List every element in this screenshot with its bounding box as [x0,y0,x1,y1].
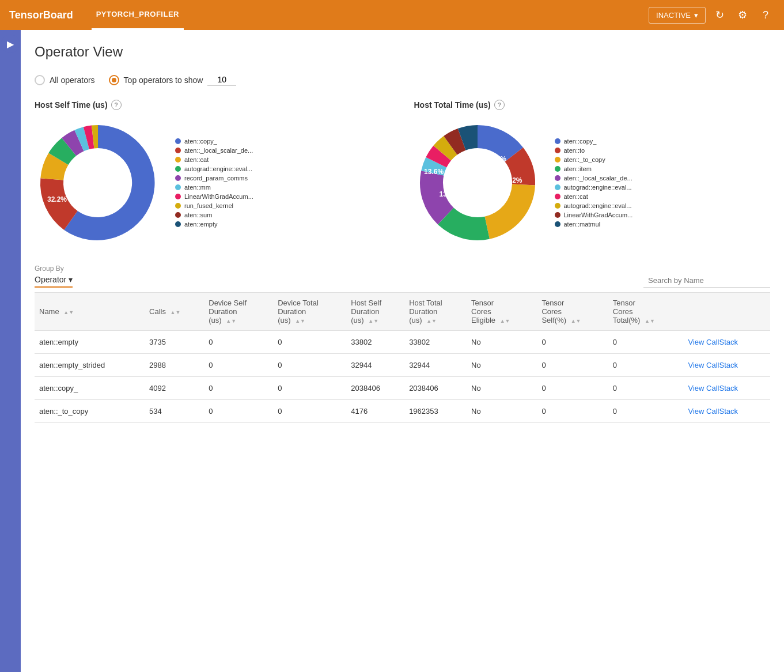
legend-dot [175,221,181,227]
segment-label-13-6a: 13.6% [440,190,459,198]
segment-label-21-1: 21.1% [478,198,497,206]
top-operators-option[interactable]: Top operators to show 10 [109,74,237,86]
chart-right-inner: 22% 21.2% 21.1% 13.6% 13.6% aten::copy_a… [414,119,771,246]
legend-dot [555,203,560,209]
cell-calls: 2988 [145,354,204,377]
app-logo: TensorBoard [9,9,73,21]
legend-label: aten::item [564,165,592,172]
group-by-select[interactable]: Operator ▾ [35,275,73,288]
cell-tensor-total: 0 [608,331,684,354]
col-tensor-cores-total[interactable]: TensorCoresTotal(%) ▲▼ [608,293,684,331]
legend-item: aten::item [555,165,633,172]
header: TensorBoard PYTORCH_PROFILER INACTIVE ▾ … [0,0,784,30]
cell-host-self: 4176 [346,400,404,423]
cell-action[interactable]: View CallStack [684,377,770,400]
all-operators-radio[interactable] [35,75,45,85]
legend-dot [555,157,560,163]
table-section: Group By Operator ▾ Name ▲▼ Calls [35,265,770,423]
legend-dot [555,175,560,181]
legend-item: LinearWithGradAccum... [175,193,253,200]
col-host-total-duration[interactable]: Host TotalDuration(us) ▲▼ [404,293,467,331]
col-tensor-cores-self[interactable]: TensorCoresSelf(%) ▲▼ [537,293,608,331]
cell-tensor-total: 0 [608,377,684,400]
help-icon[interactable]: ? [756,6,775,24]
table-row: aten::_to_copy 534 0 0 4176 1962353 No 0… [35,400,770,423]
legend-dot [175,175,181,181]
content-area: Operator View All operators Top operator… [21,30,784,672]
legend-item: run_fused_kernel [175,202,253,209]
view-callstack-link[interactable]: View CallStack [688,407,738,416]
cell-name: aten::copy_ [35,377,145,400]
host-total-time-title: Host Total Time (us) ? [414,100,771,110]
legend-dot [175,212,181,218]
host-total-time-help-icon[interactable]: ? [494,100,505,110]
cell-action[interactable]: View CallStack [684,331,770,354]
sidebar-toggle-button[interactable]: ▶ [1,35,20,53]
group-by-label: Group By [35,265,73,273]
top-operators-input[interactable]: 10 [207,74,236,86]
cell-action[interactable]: View CallStack [684,400,770,423]
view-callstack-link[interactable]: View CallStack [688,384,738,392]
top-operators-radio[interactable] [109,75,119,85]
all-operators-option[interactable]: All operators [35,75,95,85]
legend-item: aten::cat [175,156,253,163]
cell-host-self: 2038406 [346,377,404,400]
data-table: Name ▲▼ Calls ▲▼ Device SelfDuration(us)… [35,292,770,423]
top-operators-label: Top operators to show [124,75,203,85]
legend-label: aten::cat [184,156,209,163]
cell-action[interactable]: View CallStack [684,354,770,377]
legend-dot [555,148,560,153]
header-tab-pytorch[interactable]: PYTORCH_PROFILER [92,0,184,30]
col-device-self-duration[interactable]: Device SelfDuration(us) ▲▼ [204,293,273,331]
legend-label: autograd::engine::eval... [564,184,632,191]
legend-item: aten::to [555,147,633,154]
host-self-time-donut: 52.1% 32.2% [35,119,161,246]
table-row: aten::empty 3735 0 0 33802 33802 No 0 0 … [35,331,770,354]
legend-label: aten::empty [184,221,217,228]
col-calls[interactable]: Calls ▲▼ [145,293,204,331]
chart-left-inner: 52.1% 32.2% aten::copy_aten::_local_scal… [35,119,391,246]
cell-device-total: 0 [273,354,346,377]
cell-device-self: 0 [204,354,273,377]
legend-label: aten::_local_scalar_de... [564,175,632,182]
cell-device-total: 0 [273,377,346,400]
col-tensor-cores-eligible[interactable]: TensorCoresEligible ▲▼ [467,293,537,331]
legend-label: aten::matmul [564,221,601,228]
col-host-self-duration[interactable]: Host SelfDuration(us) ▲▼ [346,293,404,331]
legend-item: aten::mm [175,184,253,191]
cell-device-total: 0 [273,400,346,423]
group-by-control: Group By Operator ▾ [35,265,73,288]
cell-calls: 534 [145,400,204,423]
page-title: Operator View [35,44,770,60]
view-callstack-link[interactable]: View CallStack [688,361,738,369]
host-total-time-donut: 22% 21.2% 21.1% 13.6% 13.6% [414,119,541,246]
col-name[interactable]: Name ▲▼ [35,293,145,331]
chart-right-legend: aten::copy_aten::toaten::_to_copyaten::i… [555,138,633,228]
legend-item: aten::_local_scalar_de... [555,175,633,182]
segment-label-52: 52.1% [104,175,124,183]
settings-icon[interactable]: ⚙ [733,6,752,24]
host-total-time-chart: Host Total Time (us) ? [414,100,771,246]
status-dropdown[interactable]: INACTIVE ▾ [649,7,706,24]
legend-dot [555,221,560,227]
cell-host-total: 2038406 [404,377,467,400]
legend-label: aten::mm [184,184,211,191]
cell-host-total: 33802 [404,331,467,354]
sidebar-toggle: ▶ [0,30,21,672]
cell-name: aten::empty_strided [35,354,145,377]
cell-calls: 3735 [145,331,204,354]
legend-item: aten::cat [555,193,633,200]
legend-label: aten::sum [184,212,212,218]
header-right: INACTIVE ▾ ↻ ⚙ ? [649,6,775,24]
table-row: aten::copy_ 4092 0 0 2038406 2038406 No … [35,377,770,400]
cell-tensor-total: 0 [608,400,684,423]
legend-dot [175,194,181,199]
col-action [684,293,770,331]
legend-dot [555,212,560,218]
legend-item: aten::_local_scalar_de... [175,147,253,154]
host-self-time-help-icon[interactable]: ? [111,100,122,110]
refresh-icon[interactable]: ↻ [710,6,729,24]
col-device-total-duration[interactable]: Device TotalDuration(us) ▲▼ [273,293,346,331]
search-input[interactable] [643,274,770,288]
view-callstack-link[interactable]: View CallStack [688,338,738,346]
